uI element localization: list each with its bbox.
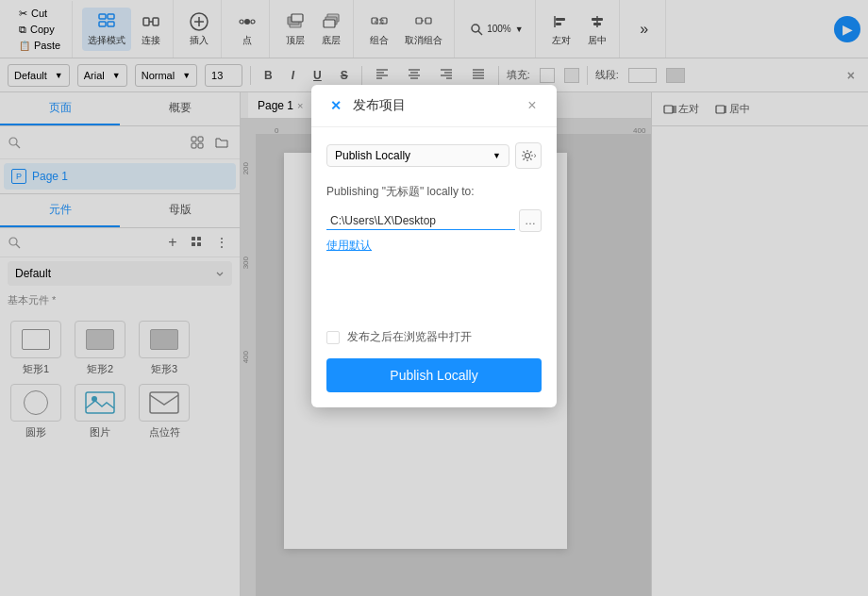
dialog-header: ✕ 发布项目 × [311,85,557,127]
settings-arrow: › [534,151,537,160]
dialog-type-arrow: ▼ [492,151,501,160]
dialog-publish-btn[interactable]: Publish Locally [326,358,542,392]
settings-icon [521,149,534,162]
dialog-info-text: Publishing "无标题" locally to: [326,184,542,200]
dialog-browse-btn[interactable]: … [519,209,542,232]
dialog-title: 发布项目 [353,97,515,114]
dialog-default-link[interactable]: 使用默认 [326,238,542,254]
dialog-type-row: Publish Locally ▼ › [326,142,542,169]
dialog-path-row: … [326,209,542,232]
dialog-logo: ✕ [326,96,345,115]
svg-point-69 [525,154,529,158]
dialog-body: Publish Locally ▼ › Publishing "无标题" loc… [311,127,557,407]
dialog-type-select[interactable]: Publish Locally ▼ [326,144,509,167]
dialog-type-label: Publish Locally [335,149,410,162]
dialog-close-btn[interactable]: × [523,96,542,115]
dialog-settings-btn[interactable]: › [515,142,542,169]
dialog-checkbox[interactable] [326,331,340,344]
dialog-checkbox-row: 发布之后在浏览器中打开 [326,329,542,345]
dialog-path-input[interactable] [326,212,515,230]
dialog-checkbox-label: 发布之后在浏览器中打开 [347,329,472,345]
publish-dialog: ✕ 发布项目 × Publish Locally ▼ › [311,85,557,407]
dialog-overlay: ✕ 发布项目 × Publish Locally ▼ › [0,0,868,596]
